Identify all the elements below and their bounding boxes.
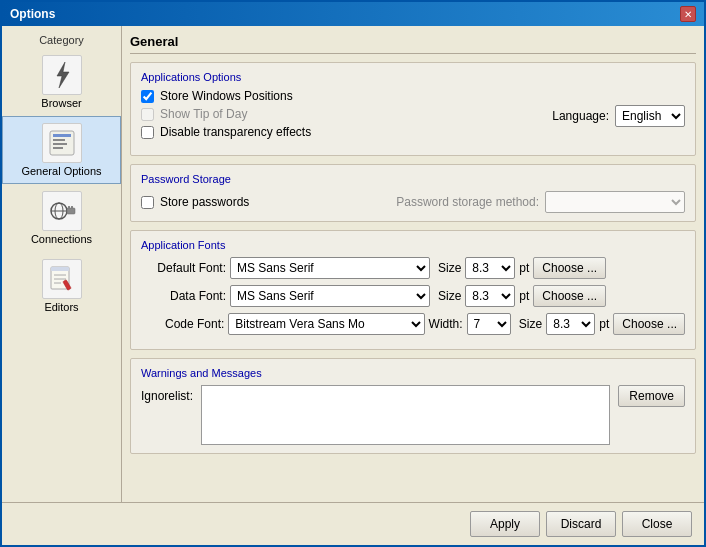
- default-font-pt-label: pt: [519, 261, 529, 275]
- discard-button[interactable]: Discard: [546, 511, 616, 537]
- password-storage-title: Password Storage: [141, 173, 685, 185]
- general-options-icon: [42, 123, 82, 163]
- ignorelist-label: Ignorelist:: [141, 385, 193, 403]
- sidebar: Category Browser: [2, 26, 122, 502]
- password-row: Store passwords Password storage method:: [141, 191, 685, 213]
- title-bar: Options ✕: [2, 2, 704, 26]
- data-font-select[interactable]: MS Sans Serif: [230, 285, 430, 307]
- svg-rect-13: [51, 267, 69, 271]
- default-font-size-label: Size: [438, 261, 461, 275]
- svg-rect-2: [53, 134, 71, 137]
- password-storage-section: Password Storage Store passwords Passwor…: [130, 164, 696, 222]
- ignorelist-textarea[interactable]: [201, 385, 610, 445]
- data-font-choose-button[interactable]: Choose ...: [533, 285, 606, 307]
- code-font-width-select[interactable]: 7: [467, 313, 511, 335]
- applications-options-section: Applications Options Store Windows Posit…: [130, 62, 696, 156]
- disable-transparency-label: Disable transparency effects: [160, 125, 311, 139]
- connections-icon: [42, 191, 82, 231]
- store-windows-row: Store Windows Positions: [141, 89, 311, 103]
- data-font-pt-label: pt: [519, 289, 529, 303]
- storage-method-select[interactable]: [545, 191, 685, 213]
- default-font-label: Default Font:: [141, 261, 226, 275]
- close-button[interactable]: Close: [622, 511, 692, 537]
- warnings-messages-title: Warnings and Messages: [141, 367, 685, 379]
- show-tip-row: Show Tip of Day: [141, 107, 311, 121]
- sidebar-category-header: Category: [2, 30, 121, 48]
- sidebar-item-connections[interactable]: Connections: [2, 184, 121, 252]
- options-window: Options ✕ Category Browser: [0, 0, 706, 547]
- show-tip-checkbox[interactable]: [141, 108, 154, 121]
- app-options-left: Store Windows Positions Show Tip of Day …: [141, 89, 311, 143]
- main-panel: General Applications Options Store Windo…: [122, 26, 704, 502]
- svg-rect-9: [67, 208, 75, 214]
- language-label: Language:: [552, 109, 609, 123]
- application-fonts-title: Application Fonts: [141, 239, 685, 251]
- ignorelist-buttons: Remove: [618, 385, 685, 407]
- sidebar-item-editors[interactable]: Editors: [2, 252, 121, 320]
- data-font-label: Data Font:: [141, 289, 226, 303]
- store-windows-label: Store Windows Positions: [160, 89, 293, 103]
- store-windows-checkbox[interactable]: [141, 90, 154, 103]
- application-fonts-section: Application Fonts Default Font: MS Sans …: [130, 230, 696, 350]
- storage-method-label: Password storage method:: [396, 195, 539, 209]
- code-font-choose-button[interactable]: Choose ...: [613, 313, 685, 335]
- sidebar-item-general-options[interactable]: General Options: [2, 116, 121, 184]
- close-window-button[interactable]: ✕: [680, 6, 696, 22]
- sidebar-item-browser-label: Browser: [41, 97, 81, 109]
- code-font-pt-label: pt: [599, 317, 609, 331]
- svg-marker-0: [57, 62, 69, 88]
- main-content: Category Browser: [2, 26, 704, 502]
- sidebar-item-browser[interactable]: Browser: [2, 48, 121, 116]
- store-passwords-checkbox[interactable]: [141, 196, 154, 209]
- default-font-select[interactable]: MS Sans Serif: [230, 257, 430, 279]
- show-tip-label: Show Tip of Day: [160, 107, 247, 121]
- sidebar-item-editors-label: Editors: [44, 301, 78, 313]
- svg-rect-3: [53, 139, 65, 141]
- data-font-size-label: Size: [438, 289, 461, 303]
- language-row: Language: English French German Spanish: [552, 105, 685, 127]
- panel-title: General: [130, 34, 696, 54]
- code-font-size-label: Size: [519, 317, 542, 331]
- code-font-label: Code Font:: [141, 317, 224, 331]
- sidebar-item-connections-label: Connections: [31, 233, 92, 245]
- warnings-messages-section: Warnings and Messages Ignorelist: Remove: [130, 358, 696, 454]
- remove-button[interactable]: Remove: [618, 385, 685, 407]
- code-font-select[interactable]: Bitstream Vera Sans Mo: [228, 313, 424, 335]
- code-font-row: Code Font: Bitstream Vera Sans Mo Width:…: [141, 313, 685, 335]
- default-font-choose-button[interactable]: Choose ...: [533, 257, 606, 279]
- sidebar-item-general-label: General Options: [21, 165, 101, 177]
- browser-icon: [42, 55, 82, 95]
- svg-rect-4: [53, 143, 67, 145]
- apply-button[interactable]: Apply: [470, 511, 540, 537]
- data-font-size-select[interactable]: 8.3: [465, 285, 515, 307]
- store-passwords-label: Store passwords: [160, 195, 249, 209]
- default-font-size-select[interactable]: 8.3: [465, 257, 515, 279]
- window-title: Options: [10, 7, 55, 21]
- language-select[interactable]: English French German Spanish: [615, 105, 685, 127]
- disable-transparency-checkbox[interactable]: [141, 126, 154, 139]
- applications-options-title: Applications Options: [141, 71, 685, 83]
- default-font-row: Default Font: MS Sans Serif Size 8.3 pt …: [141, 257, 685, 279]
- app-options-row: Store Windows Positions Show Tip of Day …: [141, 89, 685, 143]
- ignorelist-row: Ignorelist: Remove: [141, 385, 685, 445]
- editors-icon: [42, 259, 82, 299]
- data-font-row: Data Font: MS Sans Serif Size 8.3 pt Cho…: [141, 285, 685, 307]
- bottom-bar: Apply Discard Close: [2, 502, 704, 545]
- code-font-size-select[interactable]: 8.3: [546, 313, 595, 335]
- svg-rect-5: [53, 147, 63, 149]
- code-font-width-label: Width:: [429, 317, 463, 331]
- disable-transparency-row: Disable transparency effects: [141, 125, 311, 139]
